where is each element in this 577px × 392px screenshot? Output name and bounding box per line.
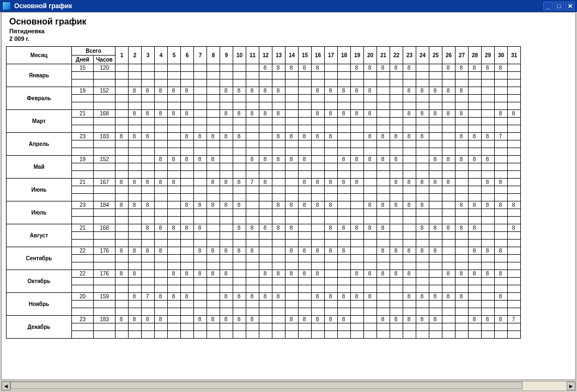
day-cell[interactable]: 8 (299, 247, 312, 255)
day-cell[interactable] (312, 95, 325, 102)
day-cell[interactable] (155, 125, 168, 133)
day-cell[interactable] (338, 201, 351, 209)
day-cell[interactable]: 8 (325, 179, 338, 186)
day-cell[interactable] (338, 323, 351, 331)
day-cell[interactable] (325, 79, 338, 87)
day-cell[interactable]: 8 (416, 247, 429, 255)
days-value[interactable]: 22 (72, 247, 94, 255)
day-cell[interactable] (403, 331, 416, 339)
day-cell[interactable] (390, 171, 403, 179)
day-cell[interactable] (142, 64, 155, 72)
day-cell[interactable] (469, 171, 482, 179)
day-cell[interactable]: 8 (482, 247, 495, 255)
day-cell[interactable]: 8 (429, 156, 442, 163)
day-cell[interactable] (442, 262, 455, 270)
day-cell[interactable] (495, 240, 508, 247)
day-cell[interactable] (325, 140, 338, 148)
day-cell[interactable] (416, 64, 429, 72)
empty-cell[interactable] (72, 262, 94, 270)
day-cell[interactable]: 8 (390, 133, 403, 140)
day-cell[interactable] (286, 87, 299, 95)
day-cell[interactable] (377, 262, 390, 270)
day-cell[interactable]: 8 (286, 247, 299, 255)
day-cell[interactable] (377, 278, 390, 285)
day-cell[interactable] (246, 262, 259, 270)
day-cell[interactable]: 8 (312, 133, 325, 140)
day-cell[interactable]: 8 (207, 133, 220, 140)
day-cell[interactable] (168, 95, 181, 102)
day-cell[interactable] (246, 201, 259, 209)
day-cell[interactable] (116, 87, 129, 95)
day-cell[interactable] (168, 331, 181, 339)
day-cell[interactable] (312, 285, 325, 293)
day-cell[interactable] (482, 118, 495, 125)
empty-cell[interactable] (94, 308, 116, 316)
day-cell[interactable] (351, 102, 364, 110)
day-cell[interactable] (508, 240, 521, 247)
day-cell[interactable]: 8 (416, 110, 429, 118)
days-value[interactable]: 23 (72, 201, 94, 209)
day-cell[interactable]: 8 (325, 110, 338, 118)
empty-cell[interactable] (72, 301, 94, 308)
day-cell[interactable] (325, 285, 338, 293)
day-cell[interactable]: 8 (194, 247, 207, 255)
day-cell[interactable] (364, 118, 377, 125)
col-day-24[interactable]: 24 (416, 47, 429, 64)
day-cell[interactable] (312, 209, 325, 217)
day-cell[interactable] (207, 217, 220, 224)
day-cell[interactable] (233, 331, 246, 339)
day-cell[interactable]: 8 (416, 293, 429, 301)
day-cell[interactable] (168, 232, 181, 240)
day-cell[interactable]: 8 (220, 133, 233, 140)
day-cell[interactable] (364, 179, 377, 186)
day-cell[interactable] (194, 285, 207, 293)
day-cell[interactable] (286, 285, 299, 293)
day-cell[interactable] (482, 110, 495, 118)
day-cell[interactable] (299, 224, 312, 232)
empty-cell[interactable] (94, 240, 116, 247)
day-cell[interactable] (429, 133, 442, 140)
day-cell[interactable]: 8 (246, 316, 259, 323)
day-cell[interactable] (469, 293, 482, 301)
hours-value[interactable]: 152 (94, 87, 116, 95)
day-cell[interactable] (272, 179, 286, 186)
day-cell[interactable] (351, 301, 364, 308)
day-cell[interactable] (416, 95, 429, 102)
day-cell[interactable] (155, 323, 168, 331)
empty-cell[interactable] (94, 301, 116, 308)
day-cell[interactable]: 8 (364, 224, 377, 232)
day-cell[interactable] (455, 278, 469, 285)
day-cell[interactable] (194, 232, 207, 240)
day-cell[interactable]: 8 (495, 110, 508, 118)
day-cell[interactable] (116, 140, 129, 148)
day-cell[interactable] (416, 301, 429, 308)
day-cell[interactable] (442, 201, 455, 209)
day-cell[interactable] (351, 262, 364, 270)
day-cell[interactable] (272, 125, 286, 133)
day-cell[interactable] (495, 262, 508, 270)
days-value[interactable]: 21 (72, 110, 94, 118)
day-cell[interactable] (286, 72, 299, 79)
day-cell[interactable]: 8 (364, 64, 377, 72)
day-cell[interactable] (455, 308, 469, 316)
day-cell[interactable] (377, 87, 390, 95)
day-cell[interactable]: 8 (351, 64, 364, 72)
day-cell[interactable] (429, 217, 442, 224)
day-cell[interactable] (377, 110, 390, 118)
day-cell[interactable] (312, 72, 325, 79)
day-cell[interactable] (194, 110, 207, 118)
day-cell[interactable] (469, 72, 482, 79)
day-cell[interactable] (508, 293, 521, 301)
day-cell[interactable]: 8 (377, 201, 390, 209)
day-cell[interactable] (364, 186, 377, 194)
day-cell[interactable] (155, 331, 168, 339)
day-cell[interactable] (286, 102, 299, 110)
hours-value[interactable]: 168 (94, 110, 116, 118)
day-cell[interactable] (442, 209, 455, 217)
day-cell[interactable] (207, 148, 220, 156)
day-cell[interactable] (416, 217, 429, 224)
day-cell[interactable] (442, 247, 455, 255)
day-cell[interactable]: 8 (220, 110, 233, 118)
day-cell[interactable] (168, 278, 181, 285)
day-cell[interactable] (442, 217, 455, 224)
